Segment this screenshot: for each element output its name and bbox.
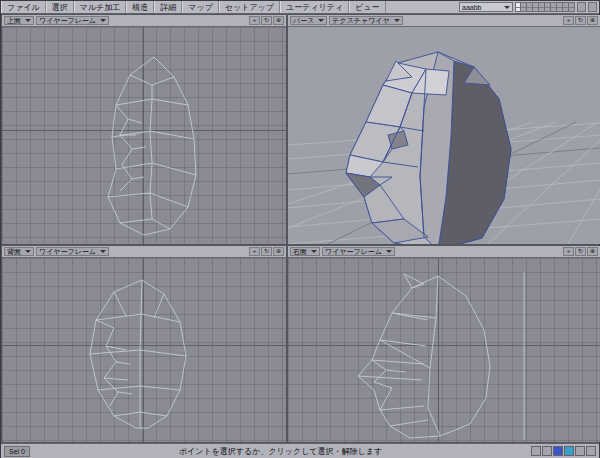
zoom-icon[interactable]: ⊕ xyxy=(273,16,284,25)
status-mini-button-1[interactable] xyxy=(531,446,541,456)
status-mini-buttons xyxy=(531,446,596,456)
render-mode-label: ワイヤーフレーム xyxy=(39,247,96,257)
status-mini-button-5[interactable] xyxy=(575,446,585,456)
status-mini-button-2[interactable] xyxy=(542,446,552,456)
chevron-down-icon xyxy=(25,19,31,22)
chevron-down-icon xyxy=(394,19,400,22)
wireframe-side-view xyxy=(288,258,600,442)
menu-setup[interactable]: セットアップ xyxy=(219,1,280,13)
status-mini-button-4[interactable] xyxy=(564,446,574,456)
viewport-tools: + ↻ ⊕ xyxy=(249,16,284,25)
head-model xyxy=(346,52,511,244)
rotate-icon[interactable]: ↻ xyxy=(575,247,586,256)
layer-prev-button[interactable] xyxy=(577,2,586,12)
viewport-bottom-right-canvas[interactable] xyxy=(288,258,600,442)
menu-file[interactable]: ファイル xyxy=(1,1,46,13)
menu-view[interactable]: ビュー xyxy=(349,1,385,13)
view-type-label: パース xyxy=(293,16,314,26)
status-mini-button-6[interactable] xyxy=(586,446,596,456)
pan-icon[interactable]: + xyxy=(563,16,574,25)
wireframe-top-view xyxy=(2,27,286,244)
rotate-icon[interactable]: ↻ xyxy=(261,247,272,256)
chevron-down-icon xyxy=(25,250,31,253)
object-preset-dropdown[interactable]: aaabb xyxy=(459,2,513,12)
wireframe-back-view xyxy=(2,258,286,442)
viewport-perspective-canvas[interactable] xyxy=(288,27,600,244)
layer-button-10[interactable] xyxy=(569,2,575,12)
render-mode-dropdown[interactable]: ワイヤーフレーム xyxy=(36,247,109,256)
rotate-icon[interactable]: ↻ xyxy=(575,16,586,25)
rotate-icon[interactable]: ↻ xyxy=(261,16,272,25)
menu-map[interactable]: マップ xyxy=(182,1,219,13)
layer-next-button[interactable] xyxy=(588,2,597,12)
menu-select[interactable]: 選択 xyxy=(46,1,74,13)
pan-icon[interactable]: + xyxy=(563,247,574,256)
view-type-dropdown[interactable]: 右面 xyxy=(290,247,320,256)
pan-icon[interactable]: + xyxy=(249,247,260,256)
viewport-tools: + ↻ ⊕ xyxy=(563,247,598,256)
viewport-top-left: 上面 ワイヤーフレーム + ↻ ⊕ xyxy=(2,15,286,244)
chevron-down-icon xyxy=(100,250,106,253)
render-mode-dropdown[interactable]: テクスチャワイヤ xyxy=(329,16,402,25)
menu-bar: ファイル 選択 マルチ加工 構造 詳細 マップ セットアップ ユーティリティ ビ… xyxy=(1,1,599,14)
chevron-down-icon xyxy=(100,19,106,22)
chevron-down-icon xyxy=(386,250,392,253)
viewport-perspective: パース テクスチャワイヤ + ↻ ⊕ xyxy=(288,15,600,244)
viewport-tools: + ↻ ⊕ xyxy=(563,16,598,25)
modeler-window: ファイル 選択 マルチ加工 構造 詳細 マップ セットアップ ユーティリティ ビ… xyxy=(0,0,600,458)
object-preset-label: aaabb xyxy=(462,4,481,11)
render-mode-label: ワイヤーフレーム xyxy=(39,16,96,26)
view-type-label: 右面 xyxy=(293,247,307,257)
viewport-bottom-right: 右面 ワイヤーフレーム + ↻ ⊕ xyxy=(288,246,600,442)
view-type-dropdown[interactable]: パース xyxy=(290,16,327,25)
view-type-label: 背面 xyxy=(7,247,21,257)
viewport-top-left-header: 上面 ワイヤーフレーム + ↻ ⊕ xyxy=(2,15,286,27)
viewport-top-left-canvas[interactable] xyxy=(2,27,286,244)
chevron-down-icon xyxy=(504,6,510,9)
render-mode-dropdown[interactable]: ワイヤーフレーム xyxy=(322,247,395,256)
menu-right-cluster: aaabb xyxy=(459,1,599,13)
selection-count: Sel 0 xyxy=(4,446,30,457)
view-type-dropdown[interactable]: 背面 xyxy=(4,247,34,256)
render-mode-label: テクスチャワイヤ xyxy=(332,16,389,26)
view-type-dropdown[interactable]: 上面 xyxy=(4,16,34,25)
viewport-bottom-left-canvas[interactable] xyxy=(2,258,286,442)
viewport-bottom-left-header: 背面 ワイヤーフレーム + ↻ ⊕ xyxy=(2,246,286,258)
status-message: ポイントを選択するか、クリックして選択・解除します xyxy=(38,446,523,457)
perspective-scene xyxy=(288,27,600,244)
menu-multiply[interactable]: マルチ加工 xyxy=(74,1,127,13)
menu-construct[interactable]: 構造 xyxy=(126,1,154,13)
viewport-bottom-right-header: 右面 ワイヤーフレーム + ↻ ⊕ xyxy=(288,246,600,258)
viewport-perspective-header: パース テクスチャワイヤ + ↻ ⊕ xyxy=(288,15,600,27)
zoom-icon[interactable]: ⊕ xyxy=(587,247,598,256)
status-mini-button-3[interactable] xyxy=(553,446,563,456)
layer-bank xyxy=(515,2,575,12)
zoom-icon[interactable]: ⊕ xyxy=(587,16,598,25)
render-mode-label: ワイヤーフレーム xyxy=(325,247,382,257)
viewport-bottom-left: 背面 ワイヤーフレーム + ↻ ⊕ xyxy=(2,246,286,442)
menu-utilities[interactable]: ユーティリティ xyxy=(280,1,349,13)
zoom-icon[interactable]: ⊕ xyxy=(273,247,284,256)
chevron-down-icon xyxy=(311,250,317,253)
view-type-label: 上面 xyxy=(7,16,21,26)
viewport-tools: + ↻ ⊕ xyxy=(249,247,284,256)
pan-icon[interactable]: + xyxy=(249,16,260,25)
status-bar: Sel 0 ポイントを選択するか、クリックして選択・解除します xyxy=(1,443,599,458)
render-mode-dropdown[interactable]: ワイヤーフレーム xyxy=(36,16,109,25)
chevron-down-icon xyxy=(318,19,324,22)
menu-detail[interactable]: 詳細 xyxy=(154,1,182,13)
